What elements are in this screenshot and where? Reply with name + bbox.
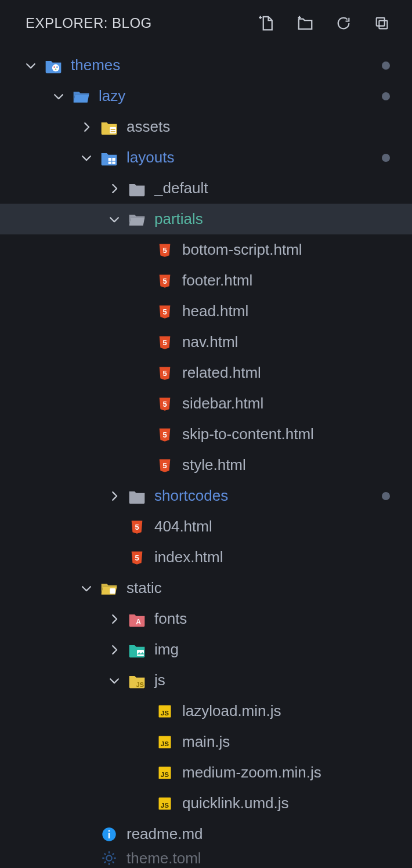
modified-dot-icon [382,92,390,100]
refresh-button[interactable] [334,14,353,32]
modified-dot-icon [382,154,390,162]
folder-label: assets [127,118,170,136]
js-file-icon [156,702,174,721]
html-file-icon [156,456,174,475]
html-file-icon [156,425,174,444]
file-readme[interactable]: readme.md [0,819,412,849]
modified-dot-icon [382,492,390,500]
folder-label: js [154,671,165,689]
folder-label: lazy [99,87,125,105]
chevron-right-icon [106,487,123,505]
folder-assets[interactable]: assets [0,111,412,142]
folder-label: shortcodes [154,487,228,505]
folder-label: _default [154,179,208,197]
chevron-down-icon [106,211,123,228]
file-label: 404.html [154,518,212,536]
html-file-icon [156,364,174,382]
folder-assets-icon [100,118,118,136]
folder-icon [128,487,146,505]
file-tree: themes lazy assets layouts _default part… [0,46,412,867]
folder-img[interactable]: img [0,634,412,665]
file-skip-to-content[interactable]: skip-to-content.html [0,419,412,450]
folder-shortcodes[interactable]: shortcodes [0,480,412,511]
file-label: index.html [154,548,223,566]
file-nav[interactable]: nav.html [0,327,412,357]
folder-label: partials [154,210,203,228]
file-medium-zoom[interactable]: medium-zoom.min.js [0,757,412,788]
explorer-header: EXPLORER: BLOG [0,0,412,46]
chevron-right-icon [106,180,123,197]
html-file-icon [156,272,174,290]
folder-icon [128,179,146,198]
file-label: readme.md [127,825,203,843]
folder-static-icon [100,579,118,598]
collapse-all-button[interactable] [373,14,391,32]
file-label: style.html [182,456,246,474]
file-label: nav.html [182,333,238,351]
chevron-down-icon [78,149,95,167]
html-file-icon [156,395,174,413]
html-file-icon [156,241,174,259]
file-label: footer.html [182,272,252,290]
file-label: skip-to-content.html [182,425,314,443]
folder-partials[interactable]: partials [0,204,412,234]
file-label: main.js [182,733,230,751]
file-bottom-script[interactable]: bottom-script.html [0,234,412,265]
folder-label: layouts [127,149,174,167]
file-label: lazyload.min.js [182,702,281,720]
file-style[interactable]: style.html [0,450,412,480]
file-related[interactable]: related.html [0,357,412,388]
folder-themes-icon [44,56,63,75]
folder-open-icon [128,210,146,229]
folder-label: static [127,579,162,597]
folder-layouts[interactable]: layouts [0,142,412,173]
file-404[interactable]: 404.html [0,511,412,542]
js-file-icon [156,764,174,782]
folder-label: img [154,641,179,659]
folder-label: themes [71,56,120,74]
js-file-icon [156,733,174,751]
file-label: medium-zoom.min.js [182,764,321,782]
chevron-right-icon [106,610,123,628]
folder-img-icon [128,641,146,659]
gear-icon [100,849,118,867]
folder-js[interactable]: js [0,665,412,696]
folder-open-icon [72,87,91,106]
folder-lazy[interactable]: lazy [0,81,412,111]
html-file-icon [156,333,174,352]
folder-js-icon [128,671,146,690]
html-file-icon [128,548,146,567]
file-label: theme.toml [127,849,201,867]
folder-static[interactable]: static [0,573,412,603]
chevron-right-icon [106,641,123,659]
file-label: bottom-script.html [182,241,302,259]
folder-themes[interactable]: themes [0,50,412,81]
new-folder-button[interactable] [296,14,315,32]
file-main-js[interactable]: main.js [0,726,412,757]
file-label: related.html [182,364,261,382]
info-icon [100,825,118,844]
file-index[interactable]: index.html [0,542,412,573]
file-lazyload[interactable]: lazyload.min.js [0,696,412,726]
file-sidebar[interactable]: sidebar.html [0,388,412,419]
chevron-right-icon [78,118,95,136]
js-file-icon [156,794,174,813]
modified-dot-icon [382,62,390,70]
folder-fonts-icon [128,610,146,628]
folder-fonts[interactable]: fonts [0,603,412,634]
chevron-down-icon [22,57,39,74]
explorer-actions [258,14,391,32]
file-footer[interactable]: footer.html [0,265,412,296]
folder-layouts-icon [100,149,118,167]
file-quicklink[interactable]: quicklink.umd.js [0,788,412,819]
explorer-title: EXPLORER: BLOG [26,15,152,31]
file-head[interactable]: head.html [0,296,412,327]
html-file-icon [128,518,146,536]
file-label: quicklink.umd.js [182,794,289,812]
file-label: sidebar.html [182,395,263,413]
chevron-down-icon [50,88,67,105]
folder-default[interactable]: _default [0,173,412,204]
chevron-down-icon [106,672,123,689]
new-file-button[interactable] [258,14,276,32]
file-theme-toml[interactable]: theme.toml [0,849,412,867]
